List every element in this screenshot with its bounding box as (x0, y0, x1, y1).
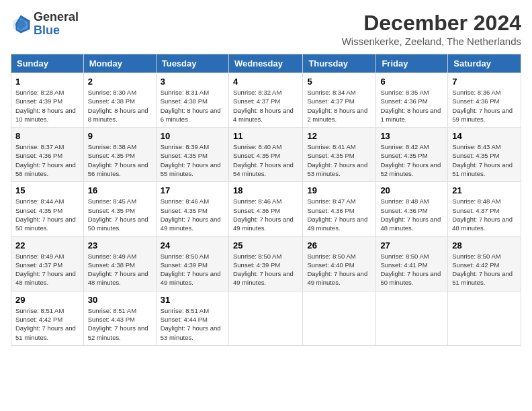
calendar-cell: 19 Sunrise: 8:47 AM Sunset: 4:36 PM Dayl… (303, 182, 376, 236)
calendar-cell: 17 Sunrise: 8:46 AM Sunset: 4:35 PM Dayl… (156, 182, 228, 236)
calendar-cell: 30 Sunrise: 8:51 AM Sunset: 4:43 PM Dayl… (83, 291, 156, 345)
column-header-friday: Friday (376, 54, 448, 73)
calendar-cell (303, 291, 376, 345)
day-number: 10 (161, 131, 224, 141)
calendar-cell: 22 Sunrise: 8:49 AM Sunset: 4:37 PM Dayl… (11, 236, 84, 291)
day-info: Sunrise: 8:51 AM Sunset: 4:42 PM Dayligh… (15, 306, 79, 342)
calendar-table: SundayMondayTuesdayWednesdayThursdayFrid… (11, 54, 521, 346)
column-header-tuesday: Tuesday (156, 54, 228, 73)
day-info: Sunrise: 8:50 AM Sunset: 4:41 PM Dayligh… (380, 252, 443, 287)
column-header-sunday: Sunday (11, 54, 84, 73)
day-number: 21 (452, 185, 517, 195)
day-info: Sunrise: 8:37 AM Sunset: 4:36 PM Dayligh… (15, 142, 79, 178)
day-number: 20 (380, 185, 443, 195)
day-info: Sunrise: 8:39 AM Sunset: 4:35 PM Dayligh… (161, 142, 224, 178)
day-info: Sunrise: 8:38 AM Sunset: 4:35 PM Dayligh… (88, 142, 152, 178)
day-number: 31 (161, 295, 224, 305)
day-info: Sunrise: 8:45 AM Sunset: 4:35 PM Dayligh… (88, 197, 152, 232)
day-number: 9 (88, 131, 152, 141)
day-number: 11 (233, 131, 298, 141)
week-row-5: 29 Sunrise: 8:51 AM Sunset: 4:42 PM Dayl… (11, 291, 521, 345)
day-number: 19 (307, 185, 371, 195)
page-header: General Blue December 2024 Wissenkerke, … (11, 11, 521, 47)
day-number: 14 (452, 131, 517, 141)
logo-blue-text: Blue (34, 24, 79, 38)
day-info: Sunrise: 8:50 AM Sunset: 4:42 PM Dayligh… (452, 252, 517, 287)
day-number: 16 (88, 185, 152, 195)
day-info: Sunrise: 8:36 AM Sunset: 4:36 PM Dayligh… (452, 88, 517, 124)
calendar-cell (448, 291, 521, 345)
day-info: Sunrise: 8:51 AM Sunset: 4:43 PM Dayligh… (88, 306, 152, 342)
calendar-cell (376, 291, 448, 345)
week-row-1: 1 Sunrise: 8:28 AM Sunset: 4:39 PM Dayli… (11, 73, 521, 128)
day-info: Sunrise: 8:28 AM Sunset: 4:39 PM Dayligh… (15, 88, 79, 124)
day-info: Sunrise: 8:44 AM Sunset: 4:35 PM Dayligh… (15, 197, 79, 232)
day-number: 4 (233, 77, 298, 87)
calendar-cell: 7 Sunrise: 8:36 AM Sunset: 4:36 PM Dayli… (448, 73, 521, 128)
calendar-cell: 26 Sunrise: 8:50 AM Sunset: 4:40 PM Dayl… (303, 236, 376, 291)
calendar-cell: 5 Sunrise: 8:34 AM Sunset: 4:37 PM Dayli… (303, 73, 376, 128)
calendar-cell: 10 Sunrise: 8:39 AM Sunset: 4:35 PM Dayl… (156, 128, 228, 182)
column-header-monday: Monday (83, 54, 156, 73)
day-number: 30 (88, 295, 152, 305)
calendar-cell: 16 Sunrise: 8:45 AM Sunset: 4:35 PM Dayl… (83, 182, 156, 236)
calendar-cell: 8 Sunrise: 8:37 AM Sunset: 4:36 PM Dayli… (11, 128, 84, 182)
calendar-cell: 13 Sunrise: 8:42 AM Sunset: 4:35 PM Dayl… (376, 128, 448, 182)
calendar-header-row: SundayMondayTuesdayWednesdayThursdayFrid… (11, 54, 521, 73)
day-info: Sunrise: 8:30 AM Sunset: 4:38 PM Dayligh… (88, 88, 152, 124)
week-row-4: 22 Sunrise: 8:49 AM Sunset: 4:37 PM Dayl… (11, 236, 521, 291)
calendar-cell: 23 Sunrise: 8:49 AM Sunset: 4:38 PM Dayl… (83, 236, 156, 291)
day-number: 26 (307, 240, 371, 250)
day-info: Sunrise: 8:48 AM Sunset: 4:36 PM Dayligh… (380, 197, 443, 232)
calendar-cell: 3 Sunrise: 8:31 AM Sunset: 4:38 PM Dayli… (156, 73, 228, 128)
day-number: 22 (15, 240, 79, 250)
day-number: 29 (15, 295, 79, 305)
day-number: 17 (161, 185, 224, 195)
calendar-cell (228, 291, 302, 345)
title-block: December 2024 Wissenkerke, Zeeland, The … (342, 11, 521, 47)
day-number: 23 (88, 240, 152, 250)
calendar-cell: 20 Sunrise: 8:48 AM Sunset: 4:36 PM Dayl… (376, 182, 448, 236)
day-number: 3 (161, 77, 224, 87)
day-info: Sunrise: 8:40 AM Sunset: 4:35 PM Dayligh… (233, 142, 298, 178)
logo-general-text: General (34, 11, 79, 24)
day-info: Sunrise: 8:42 AM Sunset: 4:35 PM Dayligh… (380, 142, 443, 178)
month-title: December 2024 (342, 11, 521, 36)
calendar-cell: 4 Sunrise: 8:32 AM Sunset: 4:37 PM Dayli… (228, 73, 302, 128)
day-info: Sunrise: 8:47 AM Sunset: 4:36 PM Dayligh… (307, 197, 371, 232)
day-number: 28 (452, 240, 517, 250)
calendar-cell: 25 Sunrise: 8:50 AM Sunset: 4:39 PM Dayl… (228, 236, 302, 291)
day-info: Sunrise: 8:31 AM Sunset: 4:38 PM Dayligh… (161, 88, 224, 124)
column-header-wednesday: Wednesday (228, 54, 302, 73)
calendar-cell: 15 Sunrise: 8:44 AM Sunset: 4:35 PM Dayl… (11, 182, 84, 236)
week-row-2: 8 Sunrise: 8:37 AM Sunset: 4:36 PM Dayli… (11, 128, 521, 182)
day-info: Sunrise: 8:49 AM Sunset: 4:38 PM Dayligh… (88, 252, 152, 287)
calendar-cell: 27 Sunrise: 8:50 AM Sunset: 4:41 PM Dayl… (376, 236, 448, 291)
calendar-cell: 9 Sunrise: 8:38 AM Sunset: 4:35 PM Dayli… (83, 128, 156, 182)
location-title: Wissenkerke, Zeeland, The Netherlands (342, 36, 521, 47)
day-info: Sunrise: 8:43 AM Sunset: 4:35 PM Dayligh… (452, 142, 517, 178)
logo: General Blue (11, 11, 79, 38)
calendar-cell: 2 Sunrise: 8:30 AM Sunset: 4:38 PM Dayli… (83, 73, 156, 128)
day-number: 15 (15, 185, 79, 195)
day-number: 27 (380, 240, 443, 250)
day-number: 12 (307, 131, 371, 141)
calendar-cell: 14 Sunrise: 8:43 AM Sunset: 4:35 PM Dayl… (448, 128, 521, 182)
day-info: Sunrise: 8:46 AM Sunset: 4:36 PM Dayligh… (233, 197, 298, 232)
day-info: Sunrise: 8:46 AM Sunset: 4:35 PM Dayligh… (161, 197, 224, 232)
calendar-cell: 28 Sunrise: 8:50 AM Sunset: 4:42 PM Dayl… (448, 236, 521, 291)
calendar-cell: 6 Sunrise: 8:35 AM Sunset: 4:36 PM Dayli… (376, 73, 448, 128)
day-info: Sunrise: 8:51 AM Sunset: 4:44 PM Dayligh… (161, 306, 224, 342)
column-header-saturday: Saturday (448, 54, 521, 73)
calendar-cell: 21 Sunrise: 8:48 AM Sunset: 4:37 PM Dayl… (448, 182, 521, 236)
day-number: 18 (233, 185, 298, 195)
calendar-cell: 1 Sunrise: 8:28 AM Sunset: 4:39 PM Dayli… (11, 73, 84, 128)
day-number: 24 (161, 240, 224, 250)
column-header-thursday: Thursday (303, 54, 376, 73)
day-number: 25 (233, 240, 298, 250)
day-number: 7 (452, 77, 517, 87)
calendar-cell: 18 Sunrise: 8:46 AM Sunset: 4:36 PM Dayl… (228, 182, 302, 236)
logo-icon (11, 14, 31, 34)
calendar-cell: 11 Sunrise: 8:40 AM Sunset: 4:35 PM Dayl… (228, 128, 302, 182)
calendar-cell: 29 Sunrise: 8:51 AM Sunset: 4:42 PM Dayl… (11, 291, 84, 345)
